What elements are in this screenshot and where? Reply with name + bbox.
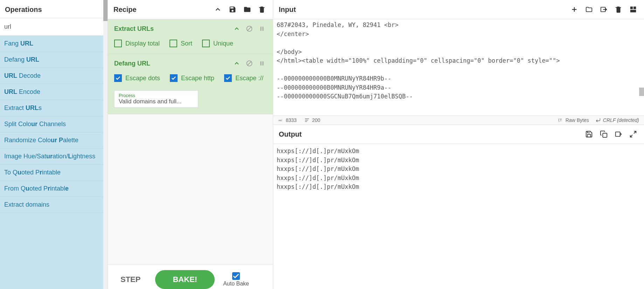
disable-icon[interactable] (245, 24, 254, 33)
recipe-header: Recipe (108, 0, 273, 19)
svg-line-22 (630, 135, 632, 137)
op-arg-checkbox[interactable]: Escape http (170, 74, 214, 82)
svg-rect-6 (261, 61, 262, 66)
recipe-op-title: Defang URL (114, 60, 229, 67)
svg-line-1 (247, 27, 251, 31)
save-recipe-icon[interactable] (227, 4, 238, 15)
operation-item[interactable]: From Quoted Printable (0, 181, 108, 197)
output-area: Output hxxps[://]d[.]pr/mUxkOm hxxps[://… (273, 125, 644, 289)
op-arg-checkbox[interactable]: Escape dots (114, 74, 160, 82)
svg-rect-13 (633, 7, 636, 9)
disable-icon[interactable] (245, 59, 254, 68)
recipe-body: Extract URLsDisplay totalSortUniqueDefan… (108, 19, 273, 264)
input-text[interactable]: 687#2043, Pinedale, WY, 82941 <br> </cen… (273, 19, 644, 116)
input-area: Input 687#2043, Pinedale, WY, 82941 <br>… (273, 0, 644, 125)
char-count: ABC 8333 (278, 117, 297, 123)
eol-indicator[interactable]: CRLF (detected) (595, 117, 639, 123)
pause-icon[interactable] (257, 24, 266, 33)
search-input[interactable] (0, 18, 108, 35)
op-arg-label: Display total (125, 40, 160, 47)
recipe-title: Recipe (113, 6, 208, 14)
op-arg-checkbox[interactable]: Sort (169, 40, 192, 47)
op-arg-label: Escape dots (125, 75, 160, 82)
operation-item[interactable]: URL Decode (0, 68, 108, 84)
operations-list: Fang URLDefang URLURL DecodeURL EncodeEx… (0, 36, 108, 289)
replace-input-icon[interactable] (613, 129, 624, 139)
reset-layout-icon[interactable] (628, 4, 638, 15)
auto-bake-label: Auto Bake (223, 281, 249, 287)
op-arg-checkbox[interactable]: Unique (202, 40, 233, 47)
op-arg-checkbox[interactable]: Display total (114, 40, 160, 47)
operation-item[interactable]: Split Colour Channels (0, 116, 108, 132)
input-title: Input (279, 6, 565, 14)
svg-rect-2 (261, 27, 262, 31)
svg-text:ABC: ABC (278, 119, 282, 122)
save-output-icon[interactable] (584, 129, 594, 139)
chevron-up-icon[interactable] (232, 59, 241, 68)
copy-output-icon[interactable] (598, 129, 609, 139)
io-panel: Input 687#2043, Pinedale, WY, 82941 <br>… (273, 0, 644, 289)
auto-bake[interactable]: Auto Bake (223, 272, 249, 287)
svg-rect-7 (263, 61, 264, 66)
operation-item[interactable]: Image Hue/Saturation/Lightness (0, 149, 108, 165)
svg-rect-14 (630, 10, 636, 12)
op-arg-label: Sort (181, 40, 192, 47)
svg-line-21 (634, 131, 636, 133)
clear-input-icon[interactable] (613, 4, 624, 15)
step-button[interactable]: STEP (114, 272, 147, 287)
add-input-tab-icon[interactable] (569, 4, 580, 15)
recipe-operation[interactable]: Defang URLEscape dotsEscape httpEscape :… (108, 54, 273, 114)
operation-item[interactable]: Randomize Colour Palette (0, 132, 108, 149)
recipe-panel: Recipe Extract URLsDisplay totalSortUniq… (108, 0, 273, 289)
chevron-up-icon[interactable] (232, 24, 241, 33)
collapse-icon[interactable] (213, 4, 223, 15)
load-recipe-icon[interactable] (242, 4, 252, 15)
maximize-output-icon[interactable] (628, 129, 638, 139)
op-arg-label: Unique (213, 40, 233, 47)
operations-panel: Operations Fang URLDefang URLURL DecodeU… (0, 0, 108, 289)
encoding-indicator[interactable]: Raw Bytes (558, 117, 589, 123)
output-header: Output (273, 125, 644, 144)
recipe-footer: STEP BAKE! Auto Bake (108, 264, 273, 289)
pause-icon[interactable] (257, 59, 266, 68)
op-arg-label: Escape http (181, 75, 214, 82)
ops-scrollbar[interactable] (103, 0, 108, 289)
operations-title: Operations (0, 0, 108, 18)
open-file-icon[interactable] (598, 4, 609, 15)
line-count: 200 (304, 117, 320, 123)
input-scrollbar[interactable] (639, 88, 644, 96)
input-header: Input (273, 0, 644, 19)
op-arg-select[interactable]: ProcessValid domains and full... (114, 90, 198, 108)
search-box (0, 18, 108, 36)
operation-item[interactable]: Extract domains (0, 197, 108, 213)
operation-item[interactable]: Extract URLs (0, 100, 108, 116)
clear-recipe-icon[interactable] (257, 4, 267, 15)
input-status-bar: ABC 8333 200 Raw Bytes CRLF (detected) (273, 116, 644, 125)
op-arg-label: Escape :// (235, 75, 263, 82)
recipe-operation[interactable]: Extract URLsDisplay totalSortUnique (108, 19, 273, 54)
output-text[interactable]: hxxps[://]d[.]pr/mUxkOm hxxps[://]d[.]pr… (273, 144, 644, 194)
svg-rect-12 (630, 7, 633, 9)
svg-line-5 (247, 61, 251, 66)
operation-item[interactable]: Defang URL (0, 52, 108, 68)
recipe-op-title: Extract URLs (114, 25, 229, 33)
op-arg-checkbox[interactable]: Escape :// (224, 74, 263, 82)
operation-item[interactable]: Fang URL (0, 36, 108, 52)
output-title: Output (279, 130, 580, 138)
bake-button[interactable]: BAKE! (155, 270, 215, 289)
svg-rect-3 (263, 27, 264, 31)
open-folder-icon[interactable] (584, 4, 594, 15)
operation-item[interactable]: URL Encode (0, 84, 108, 100)
svg-rect-20 (616, 132, 620, 137)
operation-item[interactable]: To Quoted Printable (0, 165, 108, 181)
svg-rect-19 (603, 133, 607, 137)
